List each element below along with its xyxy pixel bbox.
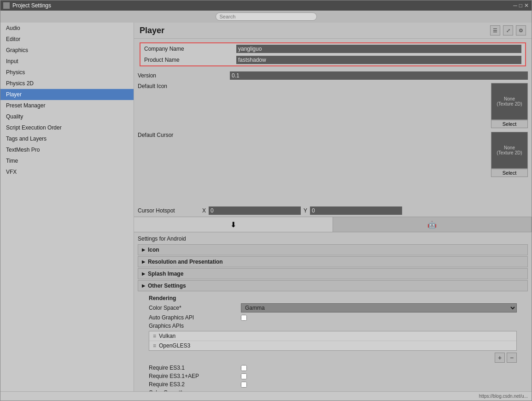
scrollable-content: Company Name Product Name Version Defaul…: [134, 39, 532, 391]
search-bar: [0, 11, 532, 23]
version-label: Version: [138, 72, 230, 79]
drag-handle-opengles3: ≡: [153, 342, 156, 349]
android-icon: 🤖: [427, 220, 437, 229]
sidebar-item-physics[interactable]: Physics: [0, 67, 134, 78]
product-name-row: Product Name: [140, 54, 525, 65]
sidebar-item-quality[interactable]: Quality: [0, 111, 134, 122]
require-es32-label: Require ES3.2: [149, 381, 241, 388]
sidebar-item-textmesh-pro[interactable]: TextMesh Pro: [0, 144, 134, 155]
content-area: Player ☰ ⤢ ⚙ Company Name Product Name: [134, 23, 532, 391]
drag-handle-vulkan: ≡: [153, 333, 156, 339]
sidebar-item-script-execution-order[interactable]: Script Execution Order: [0, 122, 134, 133]
hotspot-y-input[interactable]: [310, 206, 402, 215]
settings-button[interactable]: ⚙: [516, 25, 526, 35]
hotspot-y-label: Y: [304, 207, 307, 214]
unity-icon: [3, 2, 10, 9]
minimize-button[interactable]: ─: [513, 2, 517, 9]
sidebar: Audio Editor Graphics Input Physics Phys…: [0, 23, 134, 391]
require-es31aep-row: Require ES3.1+AEP: [145, 372, 520, 380]
platform-tab-pc[interactable]: ⬇: [134, 217, 333, 232]
graphics-apis-label: Graphics APIs: [145, 322, 520, 330]
platform-tab-android[interactable]: 🤖: [333, 217, 532, 232]
version-row: Version: [134, 70, 532, 81]
default-cursor-select-button[interactable]: Select: [491, 169, 528, 177]
resolution-section-header[interactable]: Resolution and Presentation: [138, 256, 528, 267]
cursor-texture-none-text: None: [504, 145, 515, 150]
title-bar: Project Settings ─ □ ✕: [0, 0, 532, 11]
sidebar-item-graphics[interactable]: Graphics: [0, 45, 134, 56]
info-button[interactable]: ☰: [490, 25, 500, 35]
require-es31-row: Require ES3.1: [145, 364, 520, 372]
default-cursor-label: Default Cursor: [138, 132, 230, 138]
main-content: Audio Editor Graphics Input Physics Phys…: [0, 23, 532, 391]
require-es32-row: Require ES3.2: [145, 380, 520, 389]
texture-2d-text: (Texture 2D): [497, 101, 522, 106]
restore-button[interactable]: □: [519, 2, 522, 9]
page-title: Player: [140, 26, 490, 35]
icon-section-header[interactable]: Icon: [138, 244, 528, 255]
texture-none-text: None: [504, 96, 515, 101]
pc-icon: ⬇: [230, 220, 236, 229]
search-input[interactable]: [216, 12, 317, 21]
version-input[interactable]: [230, 71, 528, 80]
auto-graphics-api-checkbox[interactable]: [241, 315, 247, 321]
other-settings-header[interactable]: Other Settings: [138, 280, 528, 291]
sidebar-item-input[interactable]: Input: [0, 56, 134, 67]
company-name-label: Company Name: [144, 46, 236, 52]
graphics-api-list: ≡ Vulkan ≡ OpenGLES3: [149, 331, 517, 351]
rendering-subsection: Rendering Color Space* Gamma Auto Graphi…: [138, 292, 528, 391]
sidebar-item-preset-manager[interactable]: Preset Manager: [0, 100, 134, 111]
hotspot-x-input[interactable]: [209, 206, 301, 215]
default-cursor-row: Default Cursor None (Texture 2D) Select: [134, 130, 532, 205]
require-es31-label: Require ES3.1: [149, 365, 241, 371]
sidebar-item-vfx[interactable]: VFX: [0, 166, 134, 177]
status-url: https://blog.csdn.net/u...: [479, 394, 528, 399]
platform-tabs: ⬇ 🤖: [134, 217, 532, 232]
api-buttons: + −: [145, 352, 520, 364]
default-icon-select-button[interactable]: Select: [491, 120, 528, 128]
cursor-hotspot-label: Cursor Hotspot: [138, 207, 202, 214]
sidebar-item-tags-and-layers[interactable]: Tags and Layers: [0, 133, 134, 144]
project-settings-window: Project Settings ─ □ ✕ Audio Editor Grap…: [0, 0, 532, 401]
api-item-opengles3: ≡ OpenGLES3: [149, 341, 516, 350]
header-icons: ☰ ⤢ ⚙: [490, 25, 526, 35]
expand-button[interactable]: ⤢: [503, 25, 513, 35]
sidebar-item-editor[interactable]: Editor: [0, 34, 134, 45]
status-bar: https://blog.csdn.net/u...: [0, 391, 532, 401]
close-button[interactable]: ✕: [524, 2, 529, 9]
hotspot-xy: X Y: [202, 206, 402, 215]
require-es31aep-label: Require ES3.1+AEP: [149, 373, 241, 379]
cursor-texture-2d-text: (Texture 2D): [497, 150, 522, 155]
product-name-label: Product Name: [144, 57, 236, 63]
splash-section-header[interactable]: Splash Image: [138, 268, 528, 279]
hotspot-x-label: X: [202, 207, 206, 214]
company-name-row: Company Name: [140, 43, 525, 54]
window-title: Project Settings: [12, 2, 513, 9]
window-controls: ─ □ ✕: [513, 2, 529, 9]
remove-api-button[interactable]: −: [507, 353, 517, 363]
color-space-label: Color Space*: [149, 305, 241, 311]
sidebar-item-audio[interactable]: Audio: [0, 23, 134, 34]
api-name-opengles3: OpenGLES3: [159, 342, 190, 349]
sidebar-item-time[interactable]: Time: [0, 155, 134, 166]
product-name-input[interactable]: [236, 56, 521, 64]
default-icon-label: Default Icon: [138, 83, 230, 89]
require-es32-checkbox[interactable]: [241, 382, 247, 388]
color-space-select[interactable]: Gamma: [241, 303, 517, 313]
require-es31-checkbox[interactable]: [241, 365, 247, 371]
require-es31aep-checkbox[interactable]: [241, 373, 247, 379]
rendering-label: Rendering: [145, 293, 520, 302]
sidebar-item-physics2d[interactable]: Physics 2D: [0, 78, 134, 89]
default-cursor-preview: None (Texture 2D): [491, 132, 528, 169]
auto-graphics-api-row: Auto Graphics API: [145, 313, 520, 322]
company-product-section: Company Name Product Name: [140, 42, 526, 66]
settings-for-android: Settings for Android Icon Resolution and…: [134, 232, 532, 391]
cursor-hotspot-row: Cursor Hotspot X Y: [134, 205, 532, 217]
auto-graphics-api-label: Auto Graphics API: [149, 314, 241, 321]
sidebar-item-player[interactable]: Player: [0, 89, 134, 100]
add-api-button[interactable]: +: [495, 353, 505, 363]
default-icon-row: Default Icon None (Texture 2D) Select: [134, 81, 532, 130]
default-icon-preview: None (Texture 2D): [491, 83, 528, 120]
company-name-input[interactable]: [236, 45, 521, 53]
color-space-row: Color Space* Gamma: [145, 302, 520, 313]
